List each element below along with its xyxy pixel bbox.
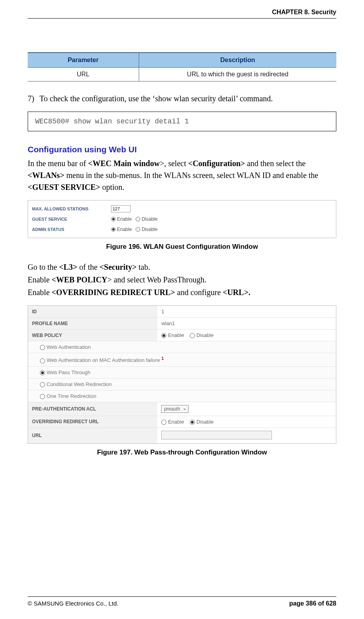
label-id: ID [28,306,157,318]
webpolicy-disable-radio[interactable]: Disable [190,332,213,338]
radio-label: Enable [117,227,132,232]
option-label: Web Authentication on MAC Authentication… [47,357,160,363]
row-opt-macfail[interactable]: Web Authentication on MAC Authentication… [28,353,336,366]
th-description: Description [139,53,336,68]
step-text: To check the configuration, use the ‘sho… [40,93,273,104]
bold-text: <WEB POLICY [52,275,108,284]
override-enable-radio[interactable]: Enable [161,419,184,425]
row-profile: PROFILE NAME wlan1 [28,318,336,329]
text: Go to the [28,263,59,271]
text: >, select [160,159,188,168]
label-guest-service: GUEST SERVICE [32,217,111,221]
paragraph-4: Enable <OVERRIDING REDIRECT URL> and con… [28,286,336,298]
radio-label: Enable [168,419,184,425]
row-opt-conditional[interactable]: Conditional Web Redirection [28,378,336,390]
bold-text: <OVERRIDING REDIRECT URL> [52,288,175,297]
row-preauth: PRE-AUTHENTICATION ACL preauth [28,402,336,416]
bold-text: <GUEST SERVICE> [28,183,100,191]
row-id: ID 1 [28,306,336,318]
label-preauth: PRE-AUTHENTICATION ACL [28,402,157,416]
page-content: Parameter Description URL URL to which t… [28,19,336,456]
row-url: URL [28,428,336,443]
radio-label: Enable [117,216,132,222]
text: tab. [137,263,150,271]
option-label: Web Authentication [47,344,91,350]
figure-196-screenshot: MAX. ALLOWED STATIONS GUEST SERVICE Enab… [28,200,336,238]
text: of the [77,263,100,271]
chapter-label: CHAPTER 8. Security [272,9,336,15]
admin-disable-radio[interactable]: Disable [136,227,157,232]
footnote-marker: 1 [161,356,164,361]
guest-disable-radio[interactable]: Disable [136,216,157,222]
label-profile: PROFILE NAME [28,318,157,329]
paragraph-2: Go to the <L3> of the <Security> tab. [28,261,336,273]
text: option. [100,183,124,191]
row-web-policy: WEB POLICY Enable Disable [28,329,336,341]
label-web-policy: WEB POLICY [28,329,157,341]
override-disable-radio[interactable]: Disable [190,419,213,425]
value-id: 1 [157,306,336,318]
bold-text: <L3> [59,263,77,271]
step-7: 7) To check the configuration, use the ‘… [28,93,336,104]
bold-text: <Security> [100,263,137,271]
url-input[interactable] [161,431,272,439]
text: and configure [175,288,223,297]
th-parameter: Parameter [28,53,139,68]
cell-param: URL [28,68,139,81]
step-number: 7) [28,93,40,104]
row-max-stations: MAX. ALLOWED STATIONS [32,204,332,214]
row-opt-webauth[interactable]: Web Authentication [28,341,336,353]
row-opt-onetime[interactable]: One Time Redirection [28,390,336,402]
page-header: CHAPTER 8. Security [28,0,336,19]
option-label: Conditional Web Redirection [47,381,112,387]
paragraph-3: Enable <WEB POLICY> and select Web PassT… [28,274,336,286]
code-text: WEC8500# show wlan security detail 1 [35,117,189,125]
page-number: page 386 of 628 [289,600,336,607]
radio-label: Enable [168,332,184,338]
radio-label: Disable [196,332,213,338]
guest-enable-radio[interactable]: Enable [111,216,132,222]
preauth-select[interactable]: preauth [161,405,189,413]
text: menu in the sub-menus. In the WLANs scre… [64,171,318,180]
row-guest-service: GUEST SERVICE Enable Disable [32,214,332,224]
figure-197-caption: Figure 197. Web Pass-through Configurati… [28,449,336,456]
label-url: URL [28,428,157,443]
page-footer: © SAMSUNG Electronics Co., Ltd. page 386… [28,596,336,607]
figure-196-caption: Figure 196. WLAN Guest Configuration Win… [28,243,336,251]
row-admin-status: ADMIN STATUS Enable Disable [32,224,332,235]
cell-desc: URL to which the guest is redirected [139,68,336,81]
paragraph-1: In the menu bar of <WEC Main window>, se… [28,157,336,193]
admin-enable-radio[interactable]: Enable [111,227,132,232]
row-opt-passthrough[interactable]: Web Pass Through [28,366,336,378]
radio-label: Disable [141,216,157,222]
text: > and select Web PassThrough. [107,275,206,284]
table-row: URL URL to which the guest is redirected [28,68,336,81]
label-admin-status: ADMIN STATUS [32,227,111,232]
bold-text: <URL>. [223,288,251,297]
section-heading: Configuration using Web UI [28,145,336,154]
option-label: Web Pass Through [47,369,91,375]
max-stations-input[interactable] [111,205,131,212]
row-override: OVERRIDING REDIRECT URL Enable Disable [28,416,336,428]
code-block: WEC8500# show wlan security detail 1 [28,112,336,131]
option-label: One Time Redirection [47,393,96,399]
figure-197-screenshot: ID 1 PROFILE NAME wlan1 WEB POLICY Enabl… [28,305,336,444]
bold-text: <WEC Main window [88,159,160,168]
text: In the menu bar of [28,159,88,168]
bold-text: <Configuration> [188,159,245,168]
parameter-table: Parameter Description URL URL to which t… [28,52,336,81]
value-profile: wlan1 [157,318,336,329]
label-override: OVERRIDING REDIRECT URL [28,416,157,428]
bold-text: <WLANs> [28,171,64,180]
webpolicy-enable-radio[interactable]: Enable [161,332,184,338]
radio-label: Disable [141,227,157,232]
label-max-stations: MAX. ALLOWED STATIONS [32,206,111,211]
text: Enable [28,288,52,297]
text: and then select the [245,159,306,168]
copyright-text: © SAMSUNG Electronics Co., Ltd. [28,600,118,607]
text: Enable [28,275,52,284]
radio-label: Disable [196,419,213,425]
